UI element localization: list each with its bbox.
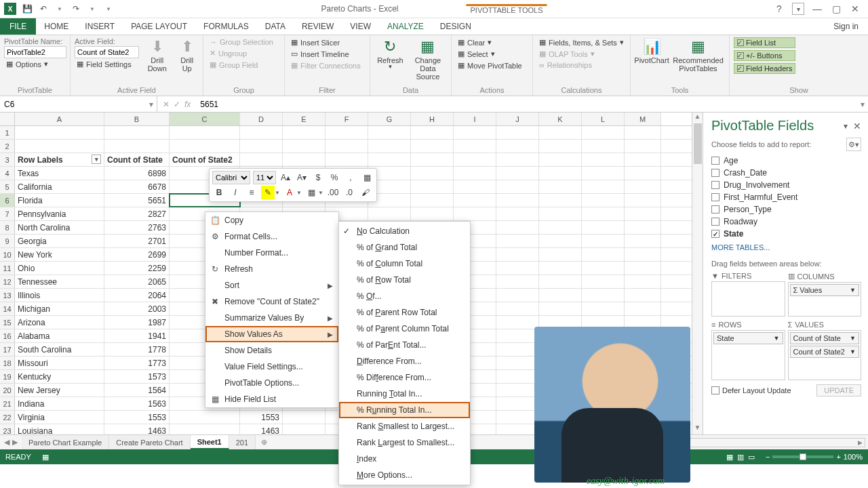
cell[interactable] xyxy=(411,207,454,220)
sva-difference-from[interactable]: % Difference From... xyxy=(339,369,470,386)
cell[interactable]: 1573 xyxy=(104,370,170,383)
cell[interactable] xyxy=(496,126,539,139)
ctx-value-field-settings[interactable]: Value Field Settings... xyxy=(205,359,338,375)
cell[interactable] xyxy=(170,424,240,434)
tab-view[interactable]: VIEW xyxy=(342,18,379,35)
align-icon[interactable]: ≡ xyxy=(245,186,258,199)
col-header-B[interactable]: B xyxy=(104,113,170,125)
cell[interactable] xyxy=(496,384,539,396)
tab-design[interactable]: DESIGN xyxy=(432,18,479,35)
sva-of-parent-total[interactable]: % of ParEnt Total... xyxy=(339,337,470,353)
col-header-H[interactable]: H xyxy=(411,113,454,125)
fields-pane-dd[interactable]: ▾ xyxy=(844,121,848,131)
cell[interactable] xyxy=(368,153,411,166)
cell[interactable]: 2064 xyxy=(104,289,170,302)
border-icon[interactable]: ▦ xyxy=(304,186,318,199)
cell[interactable] xyxy=(496,262,539,274)
scroll-up-icon[interactable]: ▲ xyxy=(692,113,703,123)
cell[interactable]: Missouri xyxy=(15,357,104,369)
fields-items-sets[interactable]: ▦ Fields, Items, & Sets ▾ xyxy=(537,37,626,47)
field-list-toggle[interactable]: Field List xyxy=(734,37,795,48)
select-button[interactable]: ▦ Select ▾ xyxy=(456,49,524,59)
redo-dd[interactable]: ▼ xyxy=(87,3,98,14)
insert-timeline[interactable]: ▭ Insert Timeline xyxy=(289,49,363,59)
view-layout-icon[interactable]: ▥ xyxy=(737,453,744,462)
row-header[interactable]: 8 xyxy=(0,221,15,234)
col-header-L[interactable]: L xyxy=(582,113,625,125)
zoom-slider[interactable] xyxy=(772,455,833,458)
update-button[interactable]: UPDATE xyxy=(816,384,861,396)
col-header-D[interactable]: D xyxy=(240,113,283,125)
cell[interactable]: 1987 xyxy=(104,316,170,329)
row-header[interactable]: 5 xyxy=(0,180,15,193)
qat-customize[interactable]: ▼ xyxy=(103,3,114,14)
cell[interactable] xyxy=(496,411,539,424)
field-checkbox[interactable] xyxy=(711,218,719,226)
comma-icon[interactable]: , xyxy=(344,171,357,184)
cell[interactable] xyxy=(539,180,582,193)
cell[interactable] xyxy=(283,126,326,139)
cell[interactable] xyxy=(454,194,496,207)
cell[interactable] xyxy=(539,248,582,261)
ctx-hide-field-list[interactable]: ▦Hide Field List xyxy=(205,391,338,407)
cell[interactable] xyxy=(326,126,368,139)
ctx-refresh[interactable]: ↻Refresh xyxy=(205,261,338,277)
cell[interactable]: 2701 xyxy=(104,235,170,247)
cell[interactable] xyxy=(283,424,326,434)
cell[interactable] xyxy=(539,153,582,166)
col-header-F[interactable]: F xyxy=(326,113,368,125)
col-header-J[interactable]: J xyxy=(496,113,539,125)
sva-difference-from[interactable]: Difference From... xyxy=(339,353,470,369)
sva-of-row-total[interactable]: % of Row Total xyxy=(339,272,470,288)
row-header[interactable]: 12 xyxy=(0,275,15,288)
formula-input[interactable] xyxy=(196,100,857,109)
tab-file[interactable]: FILE xyxy=(0,18,36,35)
maximize-icon[interactable]: ▢ xyxy=(830,3,842,15)
col-header-K[interactable]: K xyxy=(539,113,582,125)
pivottable-options[interactable]: ▦ Options ▾ xyxy=(4,59,66,69)
cell[interactable]: 2827 xyxy=(104,207,170,220)
cell[interactable] xyxy=(368,207,411,220)
font-color-icon[interactable]: A xyxy=(283,186,296,199)
cell[interactable] xyxy=(625,302,661,315)
cell[interactable]: 2763 xyxy=(104,221,170,234)
area-item[interactable]: Σ Values▼ xyxy=(790,284,860,296)
cell[interactable]: Alabama xyxy=(15,329,104,342)
cell[interactable] xyxy=(625,289,661,302)
format-painter-icon[interactable]: 🖌 xyxy=(359,186,372,199)
cell[interactable] xyxy=(411,194,454,207)
cell[interactable]: 1941 xyxy=(104,329,170,342)
cell[interactable] xyxy=(368,140,411,152)
cell[interactable]: North Carolina xyxy=(15,221,104,234)
row-header[interactable]: 14 xyxy=(0,302,15,315)
defer-checkbox[interactable] xyxy=(711,386,719,394)
field-checkbox[interactable] xyxy=(711,157,719,165)
cell[interactable] xyxy=(15,140,104,152)
sva-of-parent-row-total[interactable]: % of Parent Row Total xyxy=(339,304,470,321)
cell[interactable]: Kentucky xyxy=(15,370,104,383)
cell[interactable] xyxy=(240,153,283,166)
area-filters[interactable] xyxy=(711,281,785,317)
cell[interactable] xyxy=(582,248,625,261)
row-header[interactable]: 1 xyxy=(0,126,15,139)
move-pivottable[interactable]: ▦ Move PivotTable xyxy=(456,60,524,70)
row-header[interactable]: 4 xyxy=(0,167,15,180)
field-person_type[interactable]: Person_Type xyxy=(711,204,861,215)
sva-of-parent-column-total[interactable]: % of Parent Column Total xyxy=(339,321,470,337)
cell[interactable] xyxy=(496,329,539,342)
sheet-nav-prev-icon[interactable]: ◀ xyxy=(4,438,9,447)
cell[interactable] xyxy=(582,289,625,302)
drill-up[interactable]: ⬆Drill Up xyxy=(175,37,199,74)
field-crash_date[interactable]: Crash_Date xyxy=(711,167,861,178)
cell[interactable] xyxy=(368,126,411,139)
fill-color-dd[interactable]: ▼ xyxy=(275,190,280,196)
field-checkbox[interactable] xyxy=(711,181,719,189)
area-item[interactable]: Count of State2▼ xyxy=(790,346,860,358)
cell[interactable] xyxy=(104,126,170,139)
plus-minus-toggle[interactable]: +/- Buttons xyxy=(734,50,795,61)
view-pagebreak-icon[interactable]: ▭ xyxy=(748,453,755,462)
row-header[interactable]: 16 xyxy=(0,329,15,342)
cell[interactable] xyxy=(454,140,496,152)
cell[interactable] xyxy=(411,140,454,152)
field-checkbox[interactable] xyxy=(711,193,719,201)
